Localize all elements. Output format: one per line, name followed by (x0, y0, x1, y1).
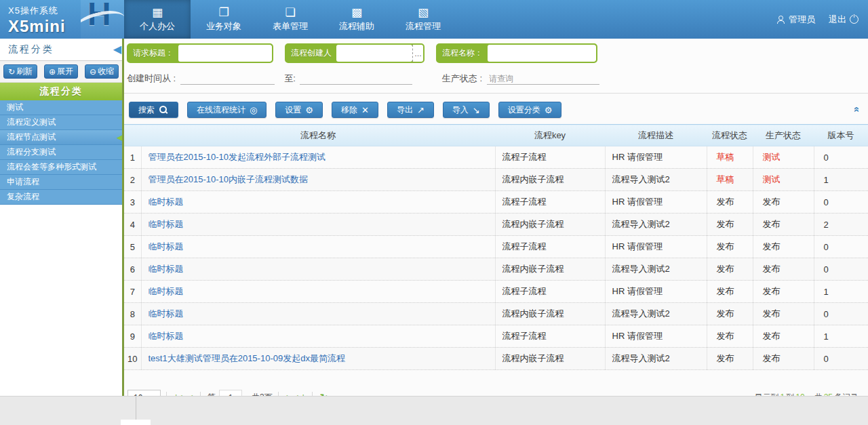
toolbar-button-icon: ↘ (473, 106, 480, 115)
table-row[interactable]: 3 临时标题 流程子流程 HR 请假管理 发布 发布 0 (124, 191, 868, 214)
logout-button[interactable]: 退出 (829, 14, 859, 26)
nav-tab-label: 表单管理 (273, 20, 308, 33)
toolbar-button[interactable]: 搜索 (129, 102, 178, 118)
tree-item[interactable]: 流程节点测试 ◀ (0, 130, 122, 145)
process-name-link[interactable]: test1大雄测试管理员在2015-10-09发起dx最简流程 (149, 353, 345, 363)
search-field-input[interactable] (178, 45, 272, 62)
process-status-cell: 发布 (707, 258, 753, 281)
prod-status-input[interactable] (487, 73, 599, 85)
current-user[interactable]: 管理员 (777, 14, 815, 26)
main-nav: ▦ 个人办公 ❐ 业务对象 ❏ 表单管理 ▩ 流程辅助 ▧ 流程管理 (124, 0, 456, 39)
process-name-link[interactable]: 临时标题 (149, 241, 184, 251)
version-cell: 0 (814, 303, 868, 325)
nav-tab-icon: ❏ (285, 7, 295, 18)
process-name-link[interactable]: 临时标题 (149, 264, 184, 274)
tree-item-label: 测试 (7, 102, 23, 113)
process-name-link[interactable]: 临时标题 (149, 331, 184, 341)
tree-item[interactable]: 流程分支测试 ◀ (0, 145, 122, 160)
process-desc-cell: 流程导入测试2 (605, 303, 707, 325)
process-status-cell: 发布 (707, 325, 753, 348)
tree-toolbar-button[interactable]: ⊖ 收缩 (85, 64, 119, 79)
prod-status-cell: 测试 (753, 169, 814, 191)
table-row[interactable]: 7 临时标题 流程子流程 HR 请假管理 发布 发布 1 (124, 281, 868, 303)
date-from-input[interactable] (180, 73, 275, 85)
table-row[interactable]: 4 临时标题 流程内嵌子流程 流程导入测试2 发布 发布 2 (124, 214, 868, 236)
collapse-search-chevron-icon[interactable]: « (851, 106, 863, 112)
prod-status-cell: 测试 (753, 146, 814, 169)
search-field-input[interactable] (488, 45, 596, 62)
tree-toolbar-button[interactable]: ⊕ 展开 (44, 64, 78, 79)
sidebar-panel-title: 流程分类 (8, 43, 54, 56)
sidebar-collapse-arrow-icon[interactable]: ◀ (113, 43, 121, 56)
search-field-group: 流程名称： (436, 43, 597, 63)
process-status-cell: 草稿 (707, 169, 753, 191)
prod-status-cell: 发布 (753, 236, 814, 258)
splitter-handle[interactable] (121, 420, 151, 425)
tree-item[interactable]: 申请流程 ◀ (0, 175, 122, 190)
nav-tab[interactable]: ❏ 表单管理 (257, 0, 323, 39)
search-field-input[interactable] (336, 45, 412, 62)
tree-item-label: 流程定义测试 (7, 117, 56, 128)
table-row[interactable]: 2 管理员在2015-10-10内嵌子流程测试数据 流程内嵌子流程 流程导入测试… (124, 169, 868, 191)
nav-tab[interactable]: ❐ 业务对象 (191, 0, 257, 39)
process-name-link[interactable]: 临时标题 (149, 286, 184, 296)
prod-status-cell: 发布 (753, 325, 814, 348)
table-row[interactable]: 8 临时标题 流程内嵌子流程 流程导入测试2 发布 发布 0 (124, 303, 868, 325)
date-to-input[interactable] (300, 73, 412, 85)
table-row[interactable]: 6 临时标题 流程内嵌子流程 流程导入测试2 发布 发布 0 (124, 258, 868, 281)
search-field-label: 流程创建人 (286, 45, 336, 62)
version-cell: 2 (814, 214, 868, 236)
toolbar-button-icon: ◎ (250, 106, 257, 115)
tree-item[interactable]: 流程会签等多种形式测试 ◀ (0, 160, 122, 175)
prod-status-cell: 发布 (753, 214, 814, 236)
selected-item-arrow-icon: ◀ (117, 132, 122, 142)
process-key-cell: 流程内嵌子流程 (495, 258, 605, 281)
table-row[interactable]: 5 临时标题 流程子流程 HR 请假管理 发布 发布 0 (124, 236, 868, 258)
toolbar-button-label: 在线流程统计 (197, 104, 245, 116)
process-status-cell: 发布 (707, 191, 753, 214)
toolbar-button[interactable]: 设置 ⚙ (275, 102, 323, 118)
process-status-cell: 草稿 (707, 146, 753, 169)
tree-item[interactable]: 复杂流程 ◀ (0, 190, 122, 205)
row-number-cell: 10 (124, 348, 141, 370)
process-name-link[interactable]: 临时标题 (149, 308, 184, 319)
column-header: 流程状态 (707, 125, 753, 146)
tree-button-icon: ⊕ (49, 68, 56, 76)
process-key-cell: 流程内嵌子流程 (495, 169, 605, 191)
tree-button-label: 刷新 (16, 66, 33, 77)
prod-status-cell: 发布 (753, 348, 814, 370)
picker-ellipsis-button[interactable]: … (412, 45, 423, 62)
toolbar-button[interactable]: 导入 ↘ (443, 102, 490, 118)
table-header-row: 流程名称 流程key 流程描述 流程状态 生产状态 版本号 (124, 125, 868, 146)
table-row[interactable]: 9 临时标题 流程子流程 HR 请假管理 发布 发布 1 (124, 325, 868, 348)
process-key-cell: 流程子流程 (495, 325, 605, 348)
process-key-cell: 流程子流程 (495, 191, 605, 214)
process-table: 流程名称 流程key 流程描述 流程状态 生产状态 版本号 1 管理员在2015… (124, 124, 868, 370)
process-name-cell: 临时标题 (141, 191, 495, 214)
toolbar-button[interactable]: 设置分类 ⚙ (498, 102, 562, 118)
search-magnifier-icon (159, 106, 167, 113)
table-row[interactable]: 10 test1大雄测试管理员在2015-10-09发起dx最简流程 流程内嵌子… (124, 348, 868, 370)
tree-item[interactable]: 流程定义测试 ◀ (0, 115, 122, 130)
process-name-link[interactable]: 临时标题 (149, 197, 184, 207)
nav-tab[interactable]: ▦ 个人办公 (124, 0, 191, 39)
search-panel: 请求标题： 流程创建人 … 流程名称： 创建时间从 : (124, 39, 868, 94)
toolbar-button-label: 导出 (397, 104, 413, 116)
toolbar-button[interactable]: 在线流程统计 ◎ (187, 102, 267, 118)
process-name-cell: test1大雄测试管理员在2015-10-09发起dx最简流程 (141, 348, 495, 370)
brand-text: X5操作系统 X5mini (8, 3, 66, 36)
tree-item[interactable]: 测试 ◀ (0, 100, 122, 115)
process-key-cell: 流程子流程 (495, 281, 605, 303)
process-name-link[interactable]: 管理员在2015-10-10发起流程外部子流程测试 (149, 152, 326, 162)
process-name-link[interactable]: 管理员在2015-10-10内嵌子流程测试数据 (149, 174, 309, 184)
row-number-cell: 2 (124, 169, 141, 191)
toolbar-button[interactable]: 导出 ↗ (387, 102, 434, 118)
tree-toolbar-button[interactable]: ↻ 刷新 (3, 64, 37, 79)
nav-tab[interactable]: ▧ 流程管理 (390, 0, 456, 39)
nav-tab[interactable]: ▩ 流程辅助 (323, 0, 390, 39)
process-name-link[interactable]: 临时标题 (149, 219, 184, 229)
toolbar-button[interactable]: 移除 ✕ (332, 102, 378, 118)
toolbar-button-icon: ✕ (361, 106, 369, 115)
table-row[interactable]: 1 管理员在2015-10-10发起流程外部子流程测试 流程子流程 HR 请假管… (124, 146, 868, 169)
app-logo: H (81, 0, 124, 39)
